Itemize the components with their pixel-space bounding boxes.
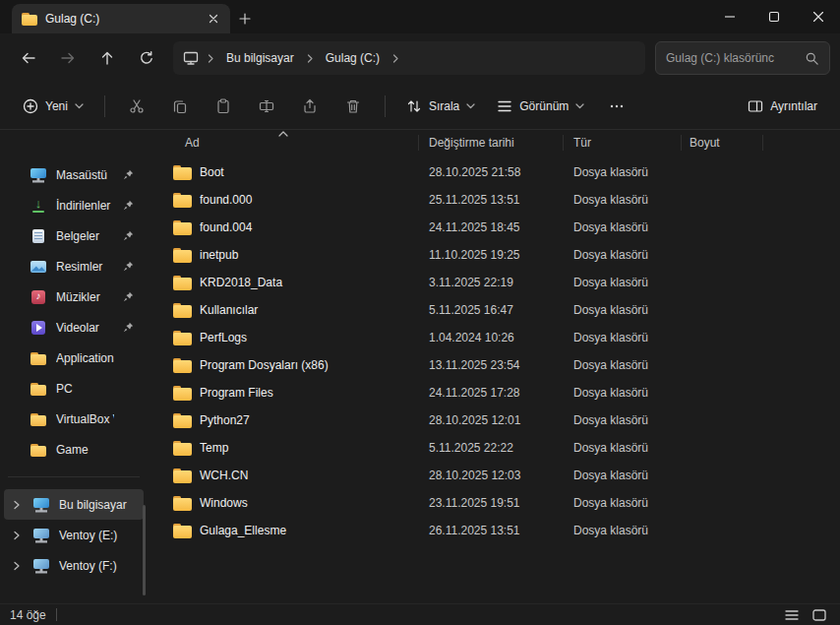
file-modified: 23.11.2025 19:51 (419, 496, 564, 510)
rename-button[interactable] (247, 91, 286, 122)
breadcrumb-item[interactable]: Bu bilgisayar (218, 47, 302, 69)
navigation-bar: Bu bilgisayar Gulag (C:) Gulag (C:) klas… (0, 33, 840, 83)
sidebar-item-icon (30, 198, 47, 214)
chevron-right-icon[interactable] (10, 500, 24, 510)
paste-button[interactable] (204, 91, 243, 122)
file-name: PerfLogs (200, 331, 247, 344)
copy-button[interactable] (160, 91, 200, 122)
minimize-button[interactable] (707, 0, 751, 33)
command-bar: Yeni Sırala (0, 83, 840, 130)
column-header-modified[interactable]: Değiştirme tarihi (419, 130, 564, 156)
explorer-tab[interactable]: Gulag (C:) (12, 4, 230, 33)
breadcrumb-item[interactable]: Gulag (C:) (318, 47, 388, 69)
delete-button[interactable] (333, 91, 373, 122)
search-value: Gulag (C:) klasörünc (666, 51, 799, 65)
sidebar-tree-item[interactable]: Ventoy (F:) (4, 550, 144, 581)
forward-button[interactable] (49, 41, 87, 75)
search-input[interactable]: Gulag (C:) klasörünc (655, 41, 830, 75)
sidebar-item[interactable]: Videolar (4, 312, 144, 343)
file-name: found.004 (200, 220, 252, 234)
file-row[interactable]: Temp 5.11.2025 22:22 Dosya klasörü (148, 434, 840, 462)
new-tab-button[interactable] (230, 4, 260, 33)
file-row[interactable]: Windows 23.11.2025 19:51 Dosya klasörü (148, 489, 840, 517)
file-row[interactable]: found.000 25.11.2025 13:51 Dosya klasörü (148, 186, 840, 214)
details-view-button[interactable] (785, 609, 799, 621)
file-type: Dosya klasörü (564, 469, 682, 482)
chevron-right-icon (304, 54, 316, 63)
file-row[interactable]: Python27 28.10.2025 12:01 Dosya klasörü (148, 406, 840, 434)
tab-close-icon[interactable] (205, 10, 222, 28)
back-button[interactable] (10, 41, 47, 75)
chevron-down-icon (575, 103, 584, 109)
sidebar-item[interactable]: Resimler (4, 251, 144, 281)
file-row[interactable]: Kullanıcılar 5.11.2025 16:47 Dosya klasö… (148, 296, 840, 324)
file-row[interactable]: KRD2018_Data 3.11.2025 22:19 Dosya klasö… (148, 269, 840, 296)
tree-list: Bu bilgisayar Ventoy (E:) (0, 489, 148, 581)
maximize-button[interactable] (751, 0, 796, 33)
sidebar-item[interactable]: Müzikler (4, 281, 144, 312)
file-name: Kullanıcılar (200, 303, 258, 317)
sidebar-tree-item[interactable]: Ventoy (E:) (4, 520, 144, 550)
file-modified: 13.11.2025 23:54 (419, 358, 564, 372)
folder-icon (173, 248, 192, 263)
folder-icon (173, 386, 192, 401)
share-button[interactable] (290, 91, 330, 122)
address-bar[interactable]: Bu bilgisayar Gulag (C:) (173, 41, 645, 75)
column-headers: Ad Değiştirme tarihi Tür Boyut (148, 130, 840, 156)
sort-button-label: Sırala (429, 99, 459, 113)
new-button[interactable]: Yeni (14, 92, 92, 121)
large-icons-view-button[interactable] (812, 609, 826, 621)
file-name: KRD2018_Data (200, 276, 282, 289)
cut-button[interactable] (117, 91, 156, 122)
file-modified: 3.11.2025 22:19 (419, 276, 564, 289)
file-row[interactable]: Gulaga_Ellesme 26.11.2025 13:51 Dosya kl… (148, 517, 840, 544)
file-row[interactable]: WCH.CN 28.10.2025 12:03 Dosya klasörü (148, 462, 840, 489)
sidebar-scrollbar[interactable] (143, 505, 146, 595)
sidebar-item[interactable]: İndirilenler (4, 190, 144, 220)
file-row[interactable]: Program Dosyaları (x86) 13.11.2025 23:54… (148, 351, 840, 379)
folder-icon (173, 193, 192, 208)
view-icon (497, 98, 512, 114)
file-type: Dosya klasörü (564, 413, 682, 427)
folder-icon (173, 220, 192, 235)
sidebar-item-label: Belgeler (56, 229, 114, 243)
details-pane-button[interactable]: Ayrıntılar (739, 92, 826, 121)
file-name: Program Files (200, 386, 273, 400)
close-button[interactable] (796, 0, 840, 33)
folder-icon (173, 524, 192, 538)
view-button[interactable]: Görünüm (488, 92, 593, 121)
sidebar-item[interactable]: Masaüstü (4, 159, 144, 190)
file-name: Temp (200, 441, 228, 455)
file-row[interactable]: Program Files 24.11.2025 17:28 Dosya kla… (148, 379, 840, 406)
chevron-right-icon[interactable] (10, 561, 24, 571)
file-row[interactable]: found.004 24.11.2025 18:45 Dosya klasörü (148, 214, 840, 241)
sidebar-tree-item[interactable]: Bu bilgisayar (4, 489, 144, 520)
file-type: Dosya klasörü (564, 358, 682, 372)
column-header-type[interactable]: Tür (564, 130, 682, 156)
file-type: Dosya klasörü (564, 193, 682, 207)
more-options-button[interactable] (597, 91, 636, 122)
sidebar-item-icon (30, 228, 47, 244)
sidebar-item[interactable]: Applications (4, 343, 144, 373)
sidebar-item[interactable]: VirtualBox VMs (4, 404, 144, 434)
chevron-right-icon (205, 54, 216, 63)
up-button[interactable] (89, 41, 126, 75)
sidebar-item-icon (30, 411, 47, 427)
column-header-name[interactable]: Ad (148, 130, 419, 156)
file-list: Boot 28.10.2025 21:58 Dosya klasörü foun… (148, 158, 840, 603)
chevron-right-icon[interactable] (10, 531, 24, 540)
file-type: Dosya klasörü (564, 220, 682, 234)
file-row[interactable]: inetpub 11.10.2025 19:25 Dosya klasörü (148, 241, 840, 269)
sort-button[interactable]: Sırala (397, 92, 484, 121)
sidebar-item[interactable]: PC (4, 373, 144, 404)
toolbar-separator (104, 95, 105, 117)
file-modified: 26.11.2025 13:51 (419, 524, 564, 537)
sidebar-item[interactable]: Game (4, 434, 144, 465)
file-row[interactable]: PerfLogs 1.04.2024 10:26 Dosya klasörü (148, 324, 840, 351)
column-header-size[interactable]: Boyut (682, 130, 763, 156)
pin-icon (123, 291, 134, 302)
refresh-button[interactable] (128, 41, 165, 75)
sidebar-item[interactable]: Belgeler (4, 220, 144, 251)
sort-icon (406, 98, 422, 114)
file-row[interactable]: Boot 28.10.2025 21:58 Dosya klasörü (148, 158, 840, 186)
